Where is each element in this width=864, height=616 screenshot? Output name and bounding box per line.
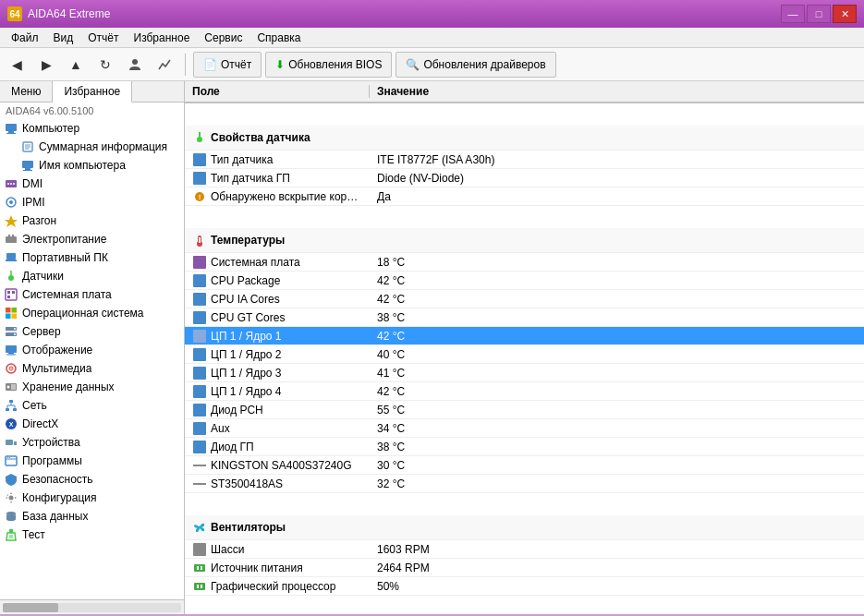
- minimize-button[interactable]: —: [781, 5, 805, 23]
- table-row[interactable]: Диод РСН 55 °C: [185, 401, 864, 419]
- row-field: ЦП 1 / Ядро 3: [185, 365, 370, 381]
- chassis-fan-value: 1603 RPM: [370, 542, 864, 557]
- gpu-sensor-value: Diode (NV-Diode): [370, 171, 864, 186]
- right-panel: Поле Значение Свойства датчика Тип дат: [185, 81, 864, 614]
- sidebar-item-motherboard[interactable]: Системная плата: [0, 285, 184, 304]
- sidebar-computer-label: Компьютер: [22, 122, 79, 135]
- sidebar-item-security[interactable]: Безопасность: [0, 470, 184, 489]
- tab-favorites[interactable]: Избранное: [53, 81, 132, 103]
- table-row[interactable]: Источник питания 2464 RPM: [185, 559, 864, 577]
- sidebar-item-summary[interactable]: Суммарная информация: [0, 138, 184, 156]
- nav-user-button[interactable]: [122, 52, 148, 78]
- ipmi-icon: [4, 195, 18, 210]
- sidebar-item-ipmi[interactable]: IPMI: [0, 193, 184, 211]
- cpu-ia-label: CPU IA Cores: [211, 293, 280, 306]
- table-row[interactable]: Графический процессор 50%: [185, 577, 864, 596]
- svg-rect-37: [6, 345, 17, 353]
- sidebar-item-multimedia[interactable]: Мультимедиа: [0, 359, 184, 378]
- report-button[interactable]: 📄 Отчёт: [193, 52, 262, 78]
- nav-up-button[interactable]: ▲: [63, 52, 89, 78]
- sidebar-item-network[interactable]: Сеть: [0, 396, 184, 415]
- section-fans: Вентиляторы: [185, 515, 864, 540]
- row-field: Шасси: [185, 541, 370, 558]
- gpu-fan-icon: [192, 579, 207, 594]
- svg-rect-62: [9, 457, 10, 458]
- st-label: ST3500418AS: [211, 477, 283, 490]
- table-row[interactable]: Системная плата 18 °C: [185, 253, 864, 272]
- software-icon: [4, 453, 18, 468]
- menu-report[interactable]: Отчёт: [80, 30, 126, 46]
- maximize-button[interactable]: □: [807, 5, 831, 23]
- sidebar-item-overclock[interactable]: Разгон: [0, 211, 184, 230]
- sidebar-item-config[interactable]: Конфигурация: [0, 489, 184, 507]
- dmi-icon: [4, 176, 18, 191]
- sidebar-item-database[interactable]: База данных: [0, 507, 184, 525]
- table-content[interactable]: Свойства датчика Тип датчика ITE IT8772F…: [185, 103, 864, 614]
- table-row[interactable]: CPU GT Cores 38 °C: [185, 308, 864, 327]
- row-field: Системная плата: [185, 254, 370, 271]
- svg-point-36: [14, 333, 16, 335]
- mb-temp-label: Системная плата: [211, 256, 300, 269]
- close-button[interactable]: ✕: [833, 5, 857, 23]
- table-row[interactable]: Тип датчика ГП Diode (NV-Diode): [185, 169, 864, 187]
- table-row[interactable]: ЦП 1 / Ядро 4 42 °C: [185, 382, 864, 401]
- driver-icon: 🔍: [406, 58, 420, 71]
- menu-file[interactable]: Файл: [4, 30, 46, 46]
- sidebar-item-directx[interactable]: X DirectX: [0, 415, 184, 433]
- cpu-ia-value: 42 °C: [370, 292, 864, 307]
- gpu-diode-value: 38 °C: [370, 440, 864, 454]
- temp-section-value: [370, 239, 864, 241]
- sidebar-item-storage[interactable]: Хранение данных: [0, 378, 184, 396]
- table-row[interactable]: CPU IA Cores 42 °C: [185, 290, 864, 308]
- portable-icon: [4, 250, 18, 265]
- sidebar-item-computer[interactable]: Компьютер: [0, 119, 184, 138]
- sidebar-item-computer-name[interactable]: Имя компьютера: [0, 156, 184, 175]
- tab-menu[interactable]: Меню: [0, 81, 53, 102]
- nav-chart-button[interactable]: [152, 52, 177, 78]
- table-row-selected[interactable]: ЦП 1 / Ядро 1 42 °C: [185, 327, 864, 345]
- menu-help[interactable]: Справка: [249, 30, 308, 46]
- bios-update-button[interactable]: ⬇ Обновления BIOS: [265, 52, 392, 78]
- table-row[interactable]: ST3500418AS 32 °C: [185, 475, 864, 493]
- table-row[interactable]: ЦП 1 / Ядро 3 41 °C: [185, 364, 864, 382]
- sidebar-network-label: Сеть: [22, 399, 47, 412]
- bios-icon: ⬇: [275, 58, 285, 71]
- section-header-field: Свойства датчика: [185, 129, 370, 146]
- sidebar-scrollbar[interactable]: [3, 603, 181, 612]
- core4-label: ЦП 1 / Ядро 4: [211, 385, 282, 398]
- sidebar-item-software[interactable]: Программы: [0, 452, 184, 470]
- sidebar-security-label: Безопасность: [22, 473, 93, 486]
- menu-favorites[interactable]: Избранное: [127, 30, 198, 46]
- driver-update-button[interactable]: 🔍 Обновления драйверов: [395, 52, 555, 78]
- table-row[interactable]: Шасси 1603 RPM: [185, 540, 864, 559]
- table-row[interactable]: ЦП 1 / Ядро 2 40 °C: [185, 345, 864, 364]
- sidebar-item-portable[interactable]: Портативный ПК: [0, 248, 184, 267]
- table-row[interactable]: Aux 34 °C: [185, 419, 864, 438]
- row-field: ЦП 1 / Ядро 2: [185, 346, 370, 363]
- sidebar-item-sensors[interactable]: Датчики: [0, 267, 184, 285]
- table-row[interactable]: ! Обнаружено вскрытие кор… Да: [185, 187, 864, 206]
- menu-view[interactable]: Вид: [46, 30, 81, 46]
- network-icon: [4, 398, 18, 413]
- table-row[interactable]: KINGSTON SA400S37240G 30 °C: [185, 456, 864, 475]
- table-row[interactable]: Диод ГП 38 °C: [185, 438, 864, 456]
- kingston-value: 30 °C: [370, 458, 864, 473]
- sidebar-item-test[interactable]: Тест: [0, 525, 184, 544]
- table-row[interactable]: Тип датчика ITE IT8772F (ISA A30h): [185, 151, 864, 169]
- sidebar-item-os[interactable]: Операционная система: [0, 304, 184, 322]
- sidebar-item-display[interactable]: Отображение: [0, 341, 184, 359]
- sidebar-scrollbar-thumb: [3, 603, 58, 612]
- driver-update-label: Обновления драйверов: [423, 58, 545, 71]
- sidebar-item-devices[interactable]: Устройства: [0, 433, 184, 452]
- sidebar-item-server[interactable]: Сервер: [0, 322, 184, 341]
- table-row[interactable]: CPU Package 42 °C: [185, 272, 864, 290]
- svg-rect-49: [6, 408, 9, 411]
- gpu-fan-value: 50%: [370, 579, 864, 594]
- sidebar-item-power[interactable]: Электропитание: [0, 230, 184, 248]
- sidebar-item-dmi[interactable]: DMI: [0, 175, 184, 193]
- nav-refresh-button[interactable]: ↻: [92, 52, 118, 78]
- nav-back-button[interactable]: ◀: [4, 52, 30, 78]
- os-icon: [4, 306, 18, 320]
- nav-forward-button[interactable]: ▶: [33, 52, 59, 78]
- menu-service[interactable]: Сервис: [197, 30, 249, 46]
